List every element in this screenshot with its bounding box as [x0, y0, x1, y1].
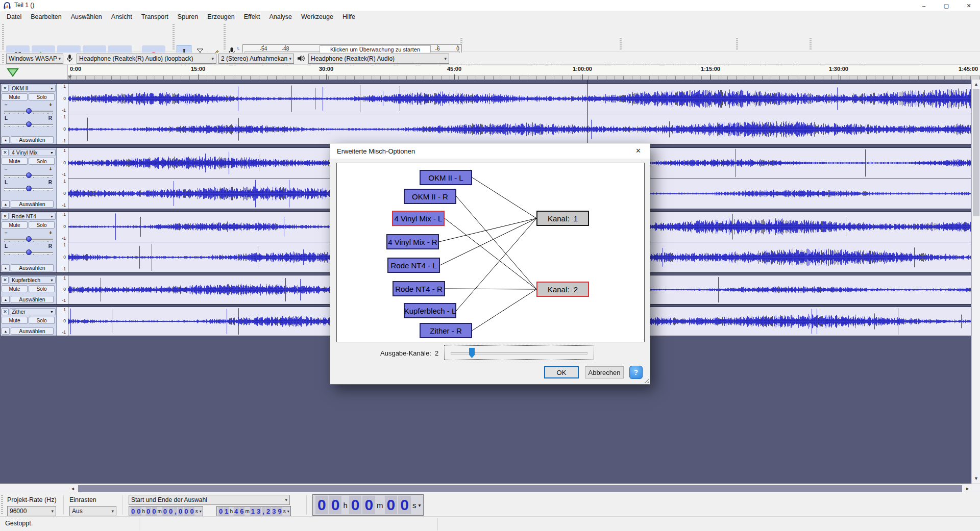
- time-digit[interactable]: 0: [136, 507, 141, 516]
- solo-button[interactable]: Solo: [29, 221, 55, 229]
- time-digit[interactable]: 0: [362, 496, 375, 514]
- toolbar-gripper[interactable]: [736, 38, 738, 50]
- slider-thumb[interactable]: [469, 348, 475, 358]
- dialog-title-bar[interactable]: Erweiterte Misch-Optionen ✕: [330, 143, 650, 159]
- track-box-okmiil[interactable]: OKM II - L: [420, 170, 472, 185]
- time-digit[interactable]: 1: [250, 507, 255, 516]
- track-collapse-button[interactable]: ▲: [2, 327, 10, 335]
- menu-datei[interactable]: Datei: [2, 12, 26, 22]
- playback-device-select[interactable]: Headphone (Realtek(R) Audio)▾: [308, 54, 449, 64]
- time-unit[interactable]: h: [342, 501, 348, 510]
- toolbar-gripper[interactable]: [2, 24, 4, 50]
- time-unit[interactable]: m: [245, 509, 250, 514]
- gain-slider[interactable]: [4, 108, 53, 114]
- menu-transport[interactable]: Transport: [137, 12, 173, 22]
- dialog-close-button[interactable]: ✕: [627, 143, 650, 158]
- selection-start-field[interactable]: 00h00m00,000s▾: [129, 506, 203, 516]
- pan-slider[interactable]: [4, 186, 53, 192]
- timeline-ruler[interactable]: 0:0015:0030:0045:001:00:001:15:001:30:00…: [0, 65, 980, 80]
- time-digit[interactable]: 0: [329, 496, 342, 514]
- track-select-button[interactable]: Auswählen: [11, 200, 54, 208]
- channel-box-1[interactable]: Kanal: 1: [536, 211, 589, 226]
- time-digit[interactable]: 0: [168, 507, 174, 516]
- chevron-down-icon[interactable]: ▾: [417, 502, 421, 508]
- time-digit[interactable]: 0: [315, 496, 328, 514]
- scroll-right-icon[interactable]: ►: [963, 485, 972, 493]
- time-digit[interactable]: 2: [265, 507, 271, 516]
- track-close-button[interactable]: ✕: [2, 308, 9, 315]
- audio-host-select[interactable]: Windows WASAPI▾: [6, 54, 63, 64]
- gain-slider-thumb[interactable]: [26, 172, 32, 178]
- track-vertical-ruler[interactable]: 10-110-1: [57, 212, 68, 272]
- track-vertical-ruler[interactable]: 10-1: [57, 275, 68, 304]
- menu-erzeugen[interactable]: Erzeugen: [203, 12, 239, 22]
- time-unit[interactable]: m: [157, 509, 162, 514]
- menu-spuren[interactable]: Spuren: [173, 12, 203, 22]
- track-collapse-button[interactable]: ▲: [2, 296, 10, 303]
- chevron-down-icon[interactable]: ▾: [199, 509, 202, 514]
- track-collapse-button[interactable]: ▲: [2, 264, 10, 271]
- track-vertical-ruler[interactable]: 10-110-1: [57, 148, 68, 209]
- menu-ansicht[interactable]: Ansicht: [107, 12, 137, 22]
- track-select-button[interactable]: Auswählen: [11, 296, 54, 303]
- gain-slider-thumb[interactable]: [26, 108, 32, 114]
- track-box-okmiir[interactable]: OKM II - R: [404, 189, 456, 204]
- gain-slider[interactable]: [4, 236, 53, 242]
- time-digit[interactable]: 9: [277, 507, 282, 516]
- track-name-menu[interactable]: OKM II▼: [10, 85, 56, 92]
- solo-button[interactable]: Solo: [29, 317, 55, 324]
- pan-slider-thumb[interactable]: [26, 249, 32, 255]
- time-unit[interactable]: h: [141, 509, 145, 514]
- time-digit[interactable]: ,: [174, 507, 178, 516]
- time-unit[interactable]: h: [229, 509, 233, 514]
- track-box-rodent4l[interactable]: Rode NT4 - L: [387, 258, 440, 273]
- track-select-button[interactable]: Auswählen: [11, 136, 54, 143]
- time-digit[interactable]: 0: [189, 507, 194, 516]
- track-name-menu[interactable]: Zither▼: [10, 308, 56, 315]
- pan-slider-thumb[interactable]: [26, 121, 32, 127]
- pan-slider[interactable]: [4, 121, 53, 128]
- time-unit[interactable]: s: [283, 509, 286, 514]
- track-vertical-ruler[interactable]: 10-1: [57, 307, 68, 336]
- time-digit[interactable]: 3: [256, 507, 261, 516]
- project-rate-select[interactable]: 96000 ▾: [7, 506, 56, 516]
- gain-slider-thumb[interactable]: [26, 236, 32, 242]
- track-name-menu[interactable]: 4 Vinyl Mix▼: [10, 149, 56, 156]
- selection-mode-select[interactable]: Start und Ende der Auswahl ▾: [129, 495, 290, 505]
- time-digit[interactable]: 3: [272, 507, 277, 516]
- toolbar-gripper[interactable]: [620, 38, 622, 50]
- track-box-4vinylmixr[interactable]: 4 Vinyl Mix - R: [386, 234, 439, 249]
- menu-werkzeuge[interactable]: Werkzeuge: [297, 12, 338, 22]
- minimize-button[interactable]: –: [913, 0, 935, 11]
- track-box-zitherr[interactable]: Zither - R: [420, 323, 472, 338]
- solo-button[interactable]: Solo: [29, 158, 55, 165]
- recording-channels-select[interactable]: 2 (Stereo) Aufnahmekanäle▾: [218, 54, 294, 64]
- menu-hilfe[interactable]: Hilfe: [338, 12, 360, 22]
- time-digit[interactable]: 0: [349, 496, 362, 514]
- track-close-button[interactable]: ✕: [2, 149, 9, 156]
- track-collapse-button[interactable]: ▲: [2, 136, 10, 143]
- time-digit[interactable]: 0: [146, 507, 151, 516]
- menu-bearbeiten[interactable]: Bearbeiten: [26, 12, 66, 22]
- help-button[interactable]: ?: [629, 366, 643, 379]
- waveform-canvas[interactable]: [68, 84, 971, 114]
- time-unit[interactable]: s: [411, 501, 418, 510]
- pan-slider-thumb[interactable]: [26, 186, 32, 191]
- channel-box-2[interactable]: Kanal: 2: [536, 282, 589, 297]
- track-waveform[interactable]: [68, 84, 971, 144]
- track-collapse-button[interactable]: ▲: [2, 200, 10, 208]
- time-digit[interactable]: ,: [262, 507, 265, 516]
- selection-end-field[interactable]: 01h46m13,239s▾: [216, 506, 291, 516]
- time-digit[interactable]: 0: [131, 507, 136, 516]
- audio-position-field[interactable]: 00h00m00s▾: [312, 494, 424, 516]
- track-close-button[interactable]: ✕: [2, 85, 9, 92]
- horizontal-scrollbar[interactable]: ◄ ►: [0, 484, 980, 493]
- time-digit[interactable]: 0: [178, 507, 183, 516]
- track-select-button[interactable]: Auswählen: [11, 264, 54, 271]
- waveform-canvas[interactable]: [68, 114, 971, 144]
- track-select-button[interactable]: Auswählen: [11, 327, 54, 335]
- track-close-button[interactable]: ✕: [2, 276, 9, 284]
- time-digit[interactable]: 0: [385, 496, 398, 514]
- close-button[interactable]: ✕: [958, 0, 980, 11]
- time-digit[interactable]: 6: [239, 507, 244, 516]
